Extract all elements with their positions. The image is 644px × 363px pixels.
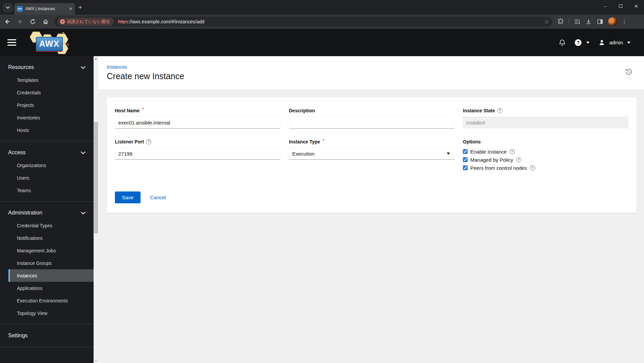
back-icon bbox=[4, 19, 10, 25]
download-icon[interactable] bbox=[585, 18, 592, 25]
security-chip-label: 保護されていない通信 bbox=[67, 19, 110, 25]
window-maximize-button[interactable] bbox=[613, 0, 628, 12]
breadcrumb-instances-link[interactable]: Instances bbox=[107, 64, 127, 70]
sidebar-item-instances[interactable]: Instances bbox=[8, 269, 94, 282]
home-button[interactable] bbox=[40, 16, 51, 27]
sidebar-item-inventories[interactable]: Inventories bbox=[8, 111, 94, 124]
extensions-icon[interactable] bbox=[557, 18, 564, 25]
enable-instance-checkbox[interactable] bbox=[463, 149, 468, 154]
chevron-down-icon bbox=[586, 42, 590, 44]
instance-form: Host Name* Description Instance State ? bbox=[115, 108, 628, 172]
help-icon: ? bbox=[575, 39, 581, 46]
sidebar-item-applications[interactable]: Applications bbox=[8, 282, 94, 294]
user-menu[interactable]: admin bbox=[598, 39, 630, 46]
help-icon[interactable]: ? bbox=[497, 108, 502, 113]
host-name-input[interactable] bbox=[115, 116, 280, 129]
browser-menu-icon[interactable]: ⋮ bbox=[622, 19, 627, 25]
option-peers-from-control-nodes: Peers from control nodes ? bbox=[463, 164, 628, 172]
awx-masthead: AWX ? admin bbox=[0, 29, 644, 56]
masthead-actions: ? admin bbox=[559, 39, 630, 46]
bookmark-star-icon[interactable]: ☆ bbox=[544, 19, 549, 25]
nav-toggle-hamburger-icon[interactable] bbox=[7, 39, 16, 46]
scrollbar-down-arrow[interactable]: ▼ bbox=[94, 358, 98, 363]
field-listener-port: Listener Port ? bbox=[115, 139, 280, 172]
sidebar-item-organizations[interactable]: Organizations bbox=[8, 159, 94, 172]
listener-port-label: Listener Port ? bbox=[115, 139, 280, 144]
tab-close-icon[interactable]: ✕ bbox=[69, 6, 72, 11]
sidebar-item-credential-types[interactable]: Credential Types bbox=[8, 219, 94, 232]
instance-state-label: Instance State ? bbox=[463, 108, 628, 113]
help-icon[interactable]: ? bbox=[146, 139, 151, 144]
create-instance-form-card: Host Name* Description Instance State ? bbox=[107, 97, 637, 213]
toolbar-icons: ⋮ bbox=[557, 17, 627, 26]
sidebar-item-notifications[interactable]: Notifications bbox=[8, 232, 94, 244]
help-icon[interactable]: ? bbox=[510, 149, 515, 154]
sidebar-item-instance-groups[interactable]: Instance Groups bbox=[8, 257, 94, 269]
sidebar-item-hosts[interactable]: Hosts bbox=[8, 124, 94, 136]
nav-header-resources[interactable]: Resources bbox=[0, 61, 94, 74]
address-bar[interactable]: ✕ 保護されていない通信 https://awx.example.com/#/i… bbox=[54, 17, 552, 27]
not-secure-icon: ✕ bbox=[60, 19, 65, 24]
nav-group-administration: Administration Credential Types Notifica… bbox=[0, 202, 94, 324]
scrollbar-thumb[interactable] bbox=[94, 122, 98, 233]
window-minimize-button[interactable]: – bbox=[597, 0, 613, 12]
option-enable-instance: Enable Instance ? bbox=[463, 148, 628, 156]
media-controls-icon[interactable] bbox=[574, 18, 580, 25]
user-icon bbox=[598, 39, 605, 46]
main-content: Instances Create new Instance Host Name*… bbox=[98, 56, 644, 363]
nav-header-access[interactable]: Access bbox=[0, 146, 94, 159]
reload-button[interactable] bbox=[27, 16, 39, 27]
sidebar-item-users[interactable]: Users bbox=[8, 172, 94, 184]
help-menu[interactable]: ? bbox=[575, 39, 590, 46]
field-host-name: Host Name* bbox=[115, 108, 280, 129]
sidebar-item-execution-environments[interactable]: Execution Environments bbox=[8, 294, 94, 307]
peers-from-control-nodes-checkbox[interactable] bbox=[463, 165, 468, 170]
nav-group-settings: Settings bbox=[0, 324, 94, 347]
sidebar-item-templates[interactable]: Templates bbox=[8, 74, 94, 86]
forward-icon bbox=[17, 19, 23, 25]
sidebar-item-credentials[interactable]: Credentials bbox=[8, 86, 94, 99]
instance-state-input bbox=[463, 116, 628, 129]
field-description: Description bbox=[289, 108, 454, 129]
tab-search-button[interactable] bbox=[3, 3, 13, 12]
listener-port-input[interactable] bbox=[115, 148, 280, 160]
page-header: Instances Create new Instance bbox=[98, 56, 644, 89]
host-name-label: Host Name* bbox=[115, 108, 280, 113]
option-managed-by-policy: Managed by Policy ? bbox=[463, 156, 628, 164]
chevron-down-icon bbox=[81, 211, 85, 214]
instance-type-select[interactable]: Execution bbox=[289, 148, 454, 160]
page-title: Create new Instance bbox=[107, 71, 184, 81]
nav-header-settings[interactable]: Settings bbox=[0, 329, 94, 342]
sidebar-item-management-jobs[interactable]: Management Jobs bbox=[8, 244, 94, 257]
chevron-down-icon bbox=[81, 151, 85, 154]
window-close-button[interactable]: ✕ bbox=[628, 0, 644, 12]
forward-button[interactable] bbox=[14, 16, 26, 27]
side-panel-icon[interactable] bbox=[597, 18, 603, 25]
sidebar-item-topology-view[interactable]: Topology View bbox=[8, 307, 94, 319]
help-icon[interactable]: ? bbox=[530, 165, 535, 171]
cancel-button[interactable]: Cancel bbox=[150, 195, 166, 200]
awx-logo[interactable]: AWX bbox=[29, 31, 70, 54]
history-icon[interactable] bbox=[625, 68, 633, 76]
new-tab-button[interactable]: + bbox=[78, 4, 82, 10]
nav-header-administration[interactable]: Administration bbox=[0, 206, 94, 219]
description-input[interactable] bbox=[289, 116, 454, 129]
maximize-icon bbox=[619, 4, 622, 8]
sidebar-scrollbar[interactable]: ▲ ▼ bbox=[94, 56, 98, 363]
sidebar-item-projects[interactable]: Projects bbox=[8, 99, 94, 111]
username: admin bbox=[609, 40, 623, 45]
security-chip[interactable]: ✕ 保護されていない通信 bbox=[57, 18, 114, 26]
help-icon[interactable]: ? bbox=[516, 157, 521, 162]
save-button[interactable]: Save bbox=[115, 191, 141, 203]
managed-by-policy-checkbox[interactable] bbox=[463, 157, 468, 162]
browser-tab[interactable]: AWX AWX | Instances ✕ bbox=[14, 3, 75, 15]
url-text[interactable]: https://awx.example.com/#/instances/add bbox=[118, 19, 204, 24]
notifications-bell-icon[interactable] bbox=[559, 39, 566, 46]
sidebar-item-teams[interactable]: Teams bbox=[8, 184, 94, 197]
chevron-down-icon bbox=[6, 6, 10, 9]
profile-avatar[interactable] bbox=[608, 17, 617, 26]
sidebar-nav: Resources Templates Credentials Projects… bbox=[0, 56, 94, 363]
scrollbar-up-arrow[interactable]: ▲ bbox=[94, 56, 98, 61]
description-label: Description bbox=[289, 108, 454, 113]
back-button[interactable] bbox=[1, 16, 13, 27]
